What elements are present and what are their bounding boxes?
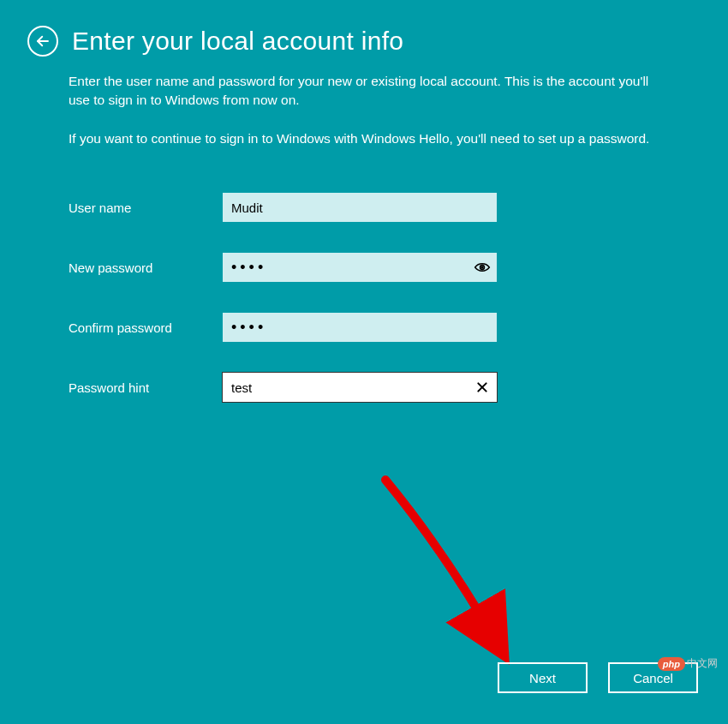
next-button[interactable]: Next <box>498 662 588 693</box>
confirm-password-label: Confirm password <box>69 320 223 335</box>
password-hint-row: Password hint <box>69 373 659 402</box>
new-password-input-wrapper[interactable]: •••• <box>223 253 497 282</box>
back-button[interactable] <box>27 26 58 57</box>
page-title: Enter your local account info <box>72 27 403 56</box>
eye-icon <box>474 259 491 276</box>
svg-point-1 <box>480 266 484 270</box>
password-hint-label: Password hint <box>69 380 223 395</box>
cancel-button[interactable]: Cancel <box>608 662 698 693</box>
new-password-row: New password •••• <box>69 253 659 282</box>
confirm-password-input-wrapper[interactable]: •••• <box>223 313 497 342</box>
form: User name New password •••• Confirm pass… <box>0 167 728 402</box>
password-reveal-button[interactable] <box>468 253 497 282</box>
description: Enter the user name and password for you… <box>0 57 728 148</box>
password-hint-input-wrapper[interactable] <box>223 373 497 402</box>
clear-input-button[interactable] <box>468 373 497 402</box>
username-label: User name <box>69 200 223 215</box>
footer-buttons: Next Cancel <box>498 662 698 693</box>
close-icon <box>475 380 489 394</box>
username-input-wrapper[interactable] <box>223 193 497 222</box>
password-hint-input[interactable] <box>223 373 468 402</box>
username-row: User name <box>69 193 659 222</box>
confirm-password-input[interactable]: •••• <box>223 313 497 342</box>
new-password-label: New password <box>69 260 223 275</box>
header: Enter your local account info <box>0 0 728 57</box>
annotation-arrow-icon <box>368 476 522 673</box>
description-paragraph-1: Enter the user name and password for you… <box>69 72 659 111</box>
confirm-password-row: Confirm password •••• <box>69 313 659 342</box>
new-password-input[interactable]: •••• <box>223 253 468 282</box>
username-input[interactable] <box>223 193 497 222</box>
description-paragraph-2: If you want to continue to sign in to Wi… <box>69 129 659 148</box>
back-arrow-icon <box>35 33 51 49</box>
